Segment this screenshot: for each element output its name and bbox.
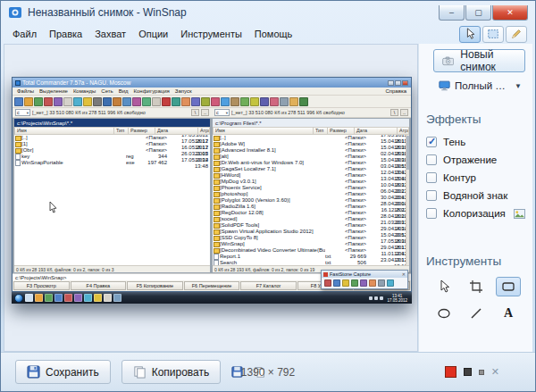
color-swatch-secondary[interactable] <box>464 368 472 376</box>
tc-toolbar-icon[interactable] <box>181 97 190 106</box>
parent-dir-button[interactable]: .. <box>201 109 209 116</box>
tc-toolbar-icon[interactable] <box>14 97 23 106</box>
tc-toolbar-icon[interactable] <box>34 97 43 106</box>
tc-menu-item[interactable]: Вид <box>116 88 131 94</box>
table-row[interactable]: WinSnapPortable exe 197 462 17.05.2012 1… <box>14 160 210 166</box>
tool-line[interactable] <box>464 304 489 323</box>
faststone-tool-icon[interactable] <box>369 279 376 287</box>
function-key-button[interactable]: F5 Копирование <box>127 281 183 290</box>
tc-menu-item[interactable]: Сеть <box>98 88 115 94</box>
function-key-button[interactable]: F7 Каталог <box>240 281 297 290</box>
new-snapshot-button[interactable]: Новый снимок <box>433 49 525 72</box>
captured-image[interactable]: Total Commander 7.57a - NAGU. Moscow Фай… <box>12 77 412 304</box>
tc-toolbar-icon[interactable] <box>73 97 82 106</box>
effect-checkbox[interactable] <box>426 154 437 165</box>
menu-item[interactable]: Инструменты <box>174 27 248 41</box>
tc-toolbar-icon[interactable] <box>280 97 289 106</box>
function-key-button[interactable]: F6 Перемещение <box>184 281 240 290</box>
minimize-button[interactable]: – <box>439 5 465 21</box>
tc-toolbar-icon[interactable] <box>250 97 259 106</box>
tc-toolbar-icon[interactable] <box>270 97 279 106</box>
tc-menu-item[interactable]: Запуск <box>172 88 195 94</box>
tc-toolbar-icon[interactable] <box>162 97 171 106</box>
preview-canvas[interactable]: Total Commander 7.57a - NAGU. Moscow Фай… <box>4 44 418 352</box>
faststone-tool-icon[interactable] <box>342 279 349 287</box>
tc-left-path[interactable]: c:\Projects\WinSnap\*.* <box>14 119 210 127</box>
effect-checkbox[interactable] <box>426 172 437 183</box>
column-header[interactable]: Размер <box>328 127 355 135</box>
tc-toolbar-icon[interactable] <box>240 97 249 106</box>
title-bar[interactable]: Неназванный снимок - WinSnap – ▢ ✕ <box>1 1 535 24</box>
tool-crop[interactable] <box>464 277 489 296</box>
root-dir-button[interactable]: \ <box>390 109 398 116</box>
parent-dir-button[interactable]: .. <box>400 109 408 116</box>
capture-mode-dropdown[interactable]: Полный экран ▼ <box>439 80 529 91</box>
tc-toolbar-icon[interactable] <box>93 97 102 106</box>
menu-item[interactable]: Захват <box>88 27 132 41</box>
column-header[interactable]: Атрибуты <box>398 127 409 135</box>
tc-toolbar-icon[interactable] <box>122 97 131 106</box>
column-header[interactable]: Имя <box>14 127 114 135</box>
pencil-tool-button[interactable] <box>506 26 527 43</box>
faststone-tool-icon[interactable] <box>387 279 394 287</box>
menu-item[interactable]: Опции <box>132 27 174 41</box>
tc-toolbar-icon[interactable] <box>152 97 161 106</box>
tc-toolbar-icon[interactable] <box>172 97 180 106</box>
faststone-tool-icon[interactable] <box>351 279 358 287</box>
tc-toolbar-icon[interactable] <box>103 97 112 106</box>
clear-icon[interactable]: ✕ <box>491 366 499 378</box>
tc-toolbar-icon[interactable] <box>24 97 33 106</box>
effect-row[interactable]: Водяной знак <box>426 187 525 204</box>
tc-toolbar-icon[interactable] <box>113 97 121 106</box>
function-key-button[interactable]: F3 Просмотр <box>13 281 70 290</box>
tc-menu-item[interactable]: Выделение <box>37 88 71 94</box>
cursor-tool-button[interactable] <box>459 26 481 43</box>
tc-toolbar-icon[interactable] <box>44 97 53 106</box>
table-row[interactable]: Search txt 506 23.04.2012 18:12 <box>213 260 409 265</box>
drive-selector[interactable]: c▾ <box>15 109 30 116</box>
effect-row[interactable]: Тень <box>426 133 525 151</box>
copy-button[interactable]: Копировать <box>121 360 222 384</box>
tc-toolbar-icon[interactable] <box>299 97 308 106</box>
effect-row[interactable]: Колоризация <box>426 204 525 222</box>
tc-toolbar-icon[interactable] <box>230 97 239 106</box>
menu-item[interactable]: Файл <box>6 27 43 41</box>
size-swatch[interactable] <box>479 370 484 375</box>
tc-menu-item[interactable]: Команды <box>71 88 98 94</box>
tool-rectangle[interactable] <box>496 277 521 296</box>
faststone-tool-icon[interactable] <box>360 279 367 287</box>
menu-item[interactable]: Помощь <box>248 27 299 41</box>
region-tool-button[interactable] <box>482 26 504 43</box>
effect-checkbox[interactable] <box>426 137 437 147</box>
drive-selector[interactable]: c▾ <box>214 109 230 116</box>
tc-toolbar-icon[interactable] <box>54 97 63 106</box>
tc-toolbar-icon[interactable] <box>221 97 230 106</box>
tc-toolbar-icon[interactable] <box>83 97 92 106</box>
tool-text[interactable]: A <box>496 304 521 323</box>
column-header[interactable]: Дата <box>155 127 198 135</box>
faststone-close-icon[interactable]: ✕ <box>402 271 406 277</box>
tc-toolbar-icon[interactable] <box>191 97 200 106</box>
tc-toolbar-icon[interactable] <box>260 97 269 106</box>
tc-toolbar-icon[interactable] <box>132 97 141 106</box>
effect-row[interactable]: Отражение <box>426 151 525 169</box>
effect-checkbox[interactable] <box>426 190 437 201</box>
effect-row[interactable]: Контур <box>426 169 525 187</box>
column-header[interactable]: Тип <box>114 127 129 135</box>
tc-menu-help[interactable]: Справка <box>382 88 409 94</box>
tool-ellipse[interactable] <box>431 304 456 323</box>
tc-toolbar-icon[interactable] <box>201 97 210 106</box>
tc-toolbar-icon[interactable] <box>63 97 72 106</box>
scrollbar-thumb[interactable] <box>406 136 409 170</box>
maximize-button[interactable]: ▢ <box>465 5 491 21</box>
tc-menu-item[interactable]: Файлы <box>14 88 37 94</box>
faststone-tool-icon[interactable] <box>324 279 331 287</box>
root-dir-button[interactable]: \ <box>191 109 199 116</box>
faststone-tool-icon[interactable] <box>333 279 340 287</box>
tc-right-path[interactable]: c:\Program Files\*.* <box>213 119 409 127</box>
faststone-tool-icon[interactable] <box>378 279 385 287</box>
save-button[interactable]: Сохранить <box>15 360 111 384</box>
tc-toolbar-icon[interactable] <box>142 97 151 106</box>
function-key-button[interactable]: F4 Правка <box>71 281 127 290</box>
column-header[interactable]: Дата <box>355 127 398 135</box>
